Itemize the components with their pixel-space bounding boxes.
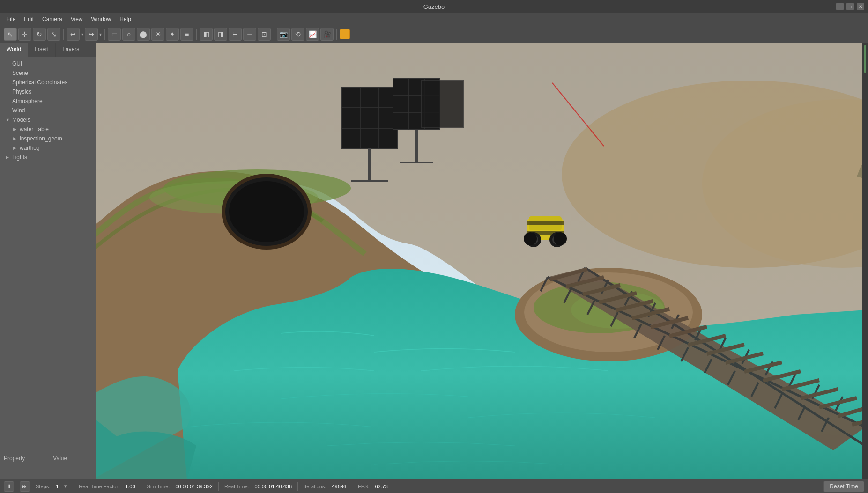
tab-layers[interactable]: Layers <box>56 43 86 57</box>
snap-1-button[interactable]: ◧ <box>200 28 213 41</box>
rotate-tool-button[interactable]: ↻ <box>33 28 46 41</box>
iterations-label: Iterations: <box>304 484 326 489</box>
inspection-geom-label: inspection_geom <box>20 135 62 142</box>
properties-header: Property Value <box>4 453 92 464</box>
gui-label: GUI <box>12 60 22 67</box>
svg-rect-29 <box>527 221 564 225</box>
status-separator-3 <box>218 482 219 491</box>
redo-arrow: ▾ <box>99 32 102 37</box>
menu-view[interactable]: View <box>67 15 87 24</box>
left-panel: World Insert Layers GUI Scene Spherical … <box>0 43 96 479</box>
inspection-geom-arrow: ▶ <box>13 136 18 141</box>
tree-item-spherical[interactable]: Spherical Coordinates <box>0 78 96 87</box>
scene-canvas <box>96 43 862 479</box>
menu-window[interactable]: Window <box>88 15 115 24</box>
dir-light-button[interactable]: ✦ <box>166 28 179 41</box>
svg-point-6 <box>229 181 304 242</box>
app-title: Gazebo <box>423 3 445 10</box>
warthog-arrow: ▶ <box>13 146 18 150</box>
tree-item-physics[interactable]: Physics <box>0 87 96 96</box>
sim-time-value: 00:00:01:39.392 <box>175 484 213 489</box>
tree-item-gui[interactable]: GUI <box>0 59 96 68</box>
snap-2-button[interactable]: ◨ <box>214 28 227 41</box>
water-table-label: water_table <box>20 126 49 132</box>
chart-button[interactable]: 📈 <box>306 28 319 41</box>
redo-button[interactable]: ↪ <box>85 28 98 41</box>
orange-square-button[interactable] <box>340 29 350 39</box>
toolbar: ↖ ✛ ↻ ⤡ ↩ ▾ ↪ ▾ ▭ ○ ⬤ ☀ ✦ ≡ ◧ ◨ ⊢ ⊣ ⊡ 📷 … <box>0 25 868 43</box>
tab-insert[interactable]: Insert <box>28 43 56 57</box>
titlebar: Gazebo — □ ✕ <box>0 0 868 13</box>
insert-sphere-button[interactable]: ○ <box>122 28 135 41</box>
menubar: File Edit Camera View Window Help <box>0 13 868 25</box>
toolbar-separator-5 <box>336 29 337 40</box>
scan-button[interactable]: ≡ <box>180 28 193 41</box>
scale-tool-button[interactable]: ⤡ <box>47 28 60 41</box>
close-button[interactable]: ✕ <box>857 3 864 10</box>
tree-item-water-table[interactable]: ▶ water_table <box>0 125 96 134</box>
physics-label: Physics <box>12 88 31 95</box>
undo-button[interactable]: ↩ <box>67 28 80 41</box>
toolbar-separator-3 <box>196 29 197 40</box>
status-separator-4 <box>297 482 298 491</box>
screenshot-button[interactable]: 📷 <box>277 28 290 41</box>
insert-cylinder-button[interactable]: ⬤ <box>137 28 150 41</box>
status-separator-2 <box>141 482 141 491</box>
tree-item-scene[interactable]: Scene <box>0 68 96 78</box>
models-label: Models <box>12 117 30 123</box>
iterations-value: 49696 <box>332 484 346 489</box>
tree-item-lights[interactable]: ▶ Lights <box>0 153 96 162</box>
3d-viewport[interactable] <box>96 43 862 479</box>
tree-item-warthog[interactable]: ▶ warthog <box>0 143 96 153</box>
steps-value: 1 <box>56 484 59 489</box>
align-2-button[interactable]: ⊣ <box>243 28 256 41</box>
atmosphere-label: Atmosphere <box>12 98 43 104</box>
statusbar: ⏸ ⏭ Steps: 1 ▾ Real Time Factor: 1.00 Si… <box>0 479 868 493</box>
menu-edit[interactable]: Edit <box>20 15 37 24</box>
wind-label: Wind <box>12 107 25 114</box>
scroll-indicator <box>864 45 866 73</box>
tree-item-atmosphere[interactable]: Atmosphere <box>0 96 96 106</box>
undo-arrow: ▾ <box>81 32 83 37</box>
real-time-value: 00:00:01:40.436 <box>255 484 292 489</box>
svg-point-38 <box>554 232 567 245</box>
fps-value: 62.73 <box>375 484 388 489</box>
svg-marker-8 <box>341 88 398 148</box>
sim-time-label: Sim Time: <box>147 484 170 489</box>
main-area: World Insert Layers GUI Scene Spherical … <box>0 43 868 479</box>
reset-time-button[interactable]: Reset Time <box>823 481 864 492</box>
steps-dropdown[interactable]: ▾ <box>64 483 67 489</box>
insert-box-button[interactable]: ▭ <box>108 28 121 41</box>
toolbar-separator-2 <box>104 29 105 40</box>
right-scrollbar[interactable] <box>862 43 868 479</box>
lights-arrow: ▶ <box>6 155 10 160</box>
svg-point-37 <box>524 232 537 245</box>
status-separator-1 <box>73 482 73 491</box>
tree-item-inspection-geom[interactable]: ▶ inspection_geom <box>0 134 96 143</box>
maximize-button[interactable]: □ <box>846 3 854 10</box>
minimize-button[interactable]: — <box>836 3 844 10</box>
tree-item-models[interactable]: ▼ Models <box>0 115 96 125</box>
translate-tool-button[interactable]: ✛ <box>18 28 31 41</box>
spherical-label: Spherical Coordinates <box>12 79 67 86</box>
fps-label: FPS: <box>358 484 369 489</box>
tree-item-wind[interactable]: Wind <box>0 106 96 115</box>
steps-label: Steps: <box>36 484 50 489</box>
step-button[interactable]: ⏭ <box>20 481 30 492</box>
video-button[interactable]: 🎥 <box>320 28 334 41</box>
value-col-label: Value <box>53 455 67 462</box>
models-arrow: ▼ <box>6 118 10 122</box>
align-1-button[interactable]: ⊢ <box>229 28 242 41</box>
select-tool-button[interactable]: ↖ <box>4 28 17 41</box>
sun-light-button[interactable]: ☀ <box>151 28 164 41</box>
align-3-button[interactable]: ⊡ <box>258 28 271 41</box>
titlebar-controls: — □ ✕ <box>836 3 864 10</box>
menu-help[interactable]: Help <box>116 15 135 24</box>
tab-world[interactable]: World <box>0 43 28 57</box>
pause-button[interactable]: ⏸ <box>4 481 14 492</box>
loop-button[interactable]: ⟲ <box>291 28 304 41</box>
real-time-label: Real Time: <box>224 484 249 489</box>
menu-camera[interactable]: Camera <box>38 15 66 24</box>
menu-file[interactable]: File <box>3 15 19 24</box>
rtf-value: 1.00 <box>125 484 135 489</box>
